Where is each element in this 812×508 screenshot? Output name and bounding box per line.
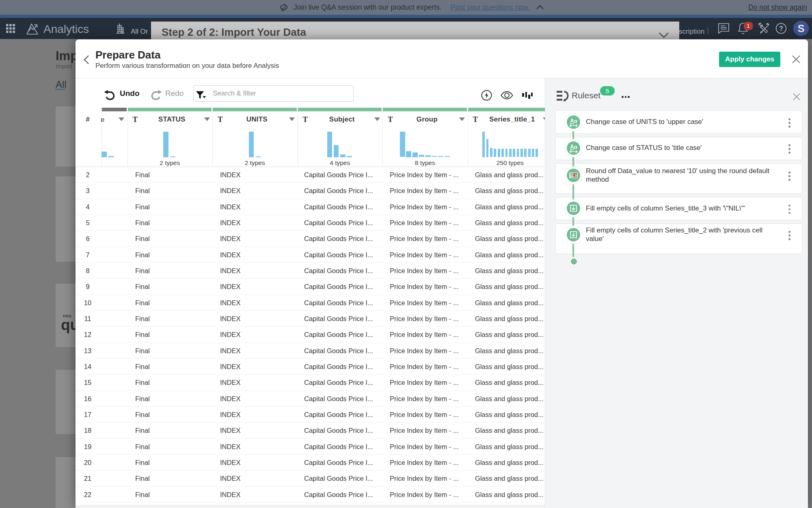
svg-text:.3: .3: [574, 173, 577, 177]
svg-text:12: 12: [569, 173, 573, 177]
